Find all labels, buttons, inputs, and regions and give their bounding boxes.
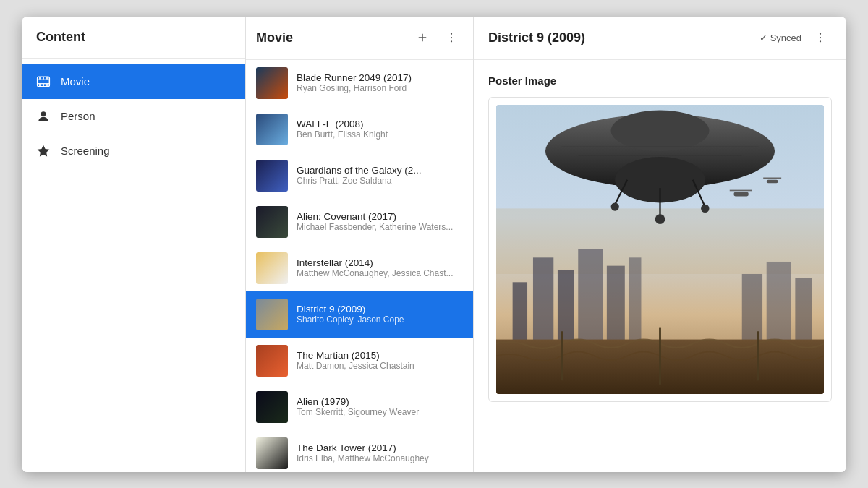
movie-thumb-alien79 xyxy=(256,391,288,423)
movie-info-interstellar: Interstellar (2014) Matthew McConaughey,… xyxy=(297,257,463,278)
movie-info-district9: District 9 (2009) Sharlto Copley, Jason … xyxy=(297,304,463,325)
poster-container xyxy=(488,97,832,402)
movie-item-guardians[interactable]: Guardians of the Galaxy (2... Chris Prat… xyxy=(246,153,473,199)
svg-rect-7 xyxy=(43,83,44,85)
poster-image xyxy=(496,105,824,394)
svg-rect-40 xyxy=(733,192,748,196)
sidebar-item-screening-label: Screening xyxy=(61,145,110,157)
svg-rect-8 xyxy=(46,83,48,85)
svg-point-30 xyxy=(611,110,710,151)
svg-point-14 xyxy=(451,40,452,42)
svg-rect-20 xyxy=(513,282,527,348)
sidebar-item-movie-label: Movie xyxy=(61,75,90,87)
svg-point-38 xyxy=(655,214,665,224)
sidebar-header: Content xyxy=(22,17,245,59)
movie-panel-more-button[interactable] xyxy=(440,26,463,49)
movie-info-blade-runner: Blade Runner 2049 (2017) Ryan Gosling, H… xyxy=(297,72,463,93)
app-window: Content Movie xyxy=(22,17,846,472)
movie-item-alien-covenant[interactable]: Alien: Covenant (2017) Michael Fassbende… xyxy=(246,199,473,245)
movie-item-interstellar[interactable]: Interstellar (2014) Matthew McConaughey,… xyxy=(246,245,473,291)
sidebar-items: Movie Person Screening xyxy=(22,59,245,168)
sidebar-item-person[interactable]: Person xyxy=(22,99,245,134)
svg-rect-6 xyxy=(39,83,41,85)
sidebar: Content Movie xyxy=(22,17,246,472)
add-movie-button[interactable] xyxy=(411,26,434,49)
movie-title-martian: The Martian (2015) xyxy=(297,350,463,361)
movie-item-alien79[interactable]: Alien (1979) Tom Skerritt, Sigourney Wea… xyxy=(246,384,473,430)
sidebar-item-movie[interactable]: Movie xyxy=(22,64,245,99)
sync-status: ✓ Synced xyxy=(760,33,801,43)
movie-item-martian[interactable]: The Martian (2015) Matt Damon, Jessica C… xyxy=(246,338,473,384)
detail-body: Poster Image xyxy=(474,60,846,472)
movie-cast-wall-e: Ben Burtt, Elissa Knight xyxy=(297,129,463,140)
svg-point-17 xyxy=(820,40,821,42)
svg-rect-5 xyxy=(46,77,48,79)
movie-cast-alien79: Tom Skerritt, Sigourney Weaver xyxy=(297,407,463,417)
movie-thumb-alien-covenant xyxy=(256,206,288,238)
movie-panel-title: Movie xyxy=(256,30,405,46)
movie-cast-alien-covenant: Michael Fassbender, Katherine Waters... xyxy=(297,222,463,232)
movie-title-alien79: Alien (1979) xyxy=(297,396,463,407)
movie-list: Blade Runner 2049 (2017) Ryan Gosling, H… xyxy=(246,60,473,472)
movie-title-wall-e: WALL-E (2008) xyxy=(297,119,463,129)
movie-thumb-interstellar xyxy=(256,252,288,284)
movie-panel-header: Movie xyxy=(246,17,473,60)
svg-rect-4 xyxy=(43,77,44,79)
movie-thumb-wall-e xyxy=(256,114,288,145)
sidebar-item-person-label: Person xyxy=(61,110,95,122)
svg-rect-28 xyxy=(795,278,812,347)
movie-title-interstellar: Interstellar (2014) xyxy=(297,257,463,268)
movie-title-district9: District 9 (2009) xyxy=(297,304,463,314)
svg-rect-42 xyxy=(767,179,778,183)
svg-rect-26 xyxy=(742,273,762,347)
movie-info-wall-e: WALL-E (2008) Ben Burtt, Elissa Knight xyxy=(297,119,463,140)
movie-title-guardians: Guardians of the Galaxy (2... xyxy=(297,165,463,176)
movie-item-blade-runner[interactable]: Blade Runner 2049 (2017) Ryan Gosling, H… xyxy=(246,60,473,106)
detail-header: District 9 (2009) ✓ Synced xyxy=(474,17,846,60)
svg-point-12 xyxy=(451,33,452,35)
movie-info-guardians: Guardians of the Galaxy (2... Chris Prat… xyxy=(297,165,463,186)
movie-info-dark-tower: The Dark Tower (2017) Idris Elba, Matthe… xyxy=(297,442,463,463)
movie-cast-guardians: Chris Pratt, Zoe Saldana xyxy=(297,176,463,186)
movie-thumb-dark-tower xyxy=(256,437,288,469)
movie-item-dark-tower[interactable]: The Dark Tower (2017) Idris Elba, Matthe… xyxy=(246,430,473,472)
movie-thumb-district9 xyxy=(256,299,288,330)
movie-cast-district9: Sharlto Copley, Jason Cope xyxy=(297,314,463,325)
svg-point-13 xyxy=(451,37,452,38)
svg-rect-27 xyxy=(767,261,791,347)
svg-point-37 xyxy=(611,202,619,210)
movie-cast-blade-runner: Ryan Gosling, Harrison Ford xyxy=(297,83,463,93)
movie-info-alien79: Alien (1979) Tom Skerritt, Sigourney Wea… xyxy=(297,396,463,417)
svg-point-15 xyxy=(820,33,821,35)
movie-thumb-martian xyxy=(256,345,288,377)
detail-title: District 9 (2009) xyxy=(488,30,752,46)
movie-panel: Movie Blade Runner 2049 (2017) Ryan Gosl… xyxy=(246,17,474,472)
svg-rect-22 xyxy=(558,270,574,348)
sync-check-icon: ✓ xyxy=(760,33,767,43)
movie-cast-dark-tower: Idris Elba, Matthew McConaughey xyxy=(297,453,463,463)
svg-point-39 xyxy=(701,204,709,212)
sidebar-item-screening[interactable]: Screening xyxy=(22,134,245,168)
svg-point-9 xyxy=(41,111,46,116)
svg-rect-1 xyxy=(38,79,50,80)
movie-cast-interstellar: Matthew McConaughey, Jessica Chast... xyxy=(297,268,463,278)
film-icon xyxy=(36,74,51,89)
movie-cast-martian: Matt Damon, Jessica Chastain xyxy=(297,361,463,371)
svg-rect-3 xyxy=(39,77,41,79)
svg-rect-23 xyxy=(578,249,603,348)
detail-panel: District 9 (2009) ✓ Synced Poster Image xyxy=(474,17,846,472)
svg-rect-25 xyxy=(629,257,641,348)
movie-item-district9[interactable]: District 9 (2009) Sharlto Copley, Jason … xyxy=(246,291,473,338)
svg-point-16 xyxy=(820,37,821,38)
person-icon xyxy=(36,109,51,124)
movie-item-wall-e[interactable]: WALL-E (2008) Ben Burtt, Elissa Knight ✎ xyxy=(246,106,473,153)
star-icon xyxy=(36,144,51,158)
movie-title-alien-covenant: Alien: Covenant (2017) xyxy=(297,211,463,222)
movie-info-alien-covenant: Alien: Covenant (2017) Michael Fassbende… xyxy=(297,211,463,232)
movie-thumb-blade-runner xyxy=(256,67,288,99)
sync-status-label: Synced xyxy=(770,33,801,43)
svg-rect-21 xyxy=(533,257,553,348)
detail-more-button[interactable] xyxy=(809,26,832,49)
movie-info-martian: The Martian (2015) Matt Damon, Jessica C… xyxy=(297,350,463,371)
movie-thumb-guardians xyxy=(256,160,288,192)
